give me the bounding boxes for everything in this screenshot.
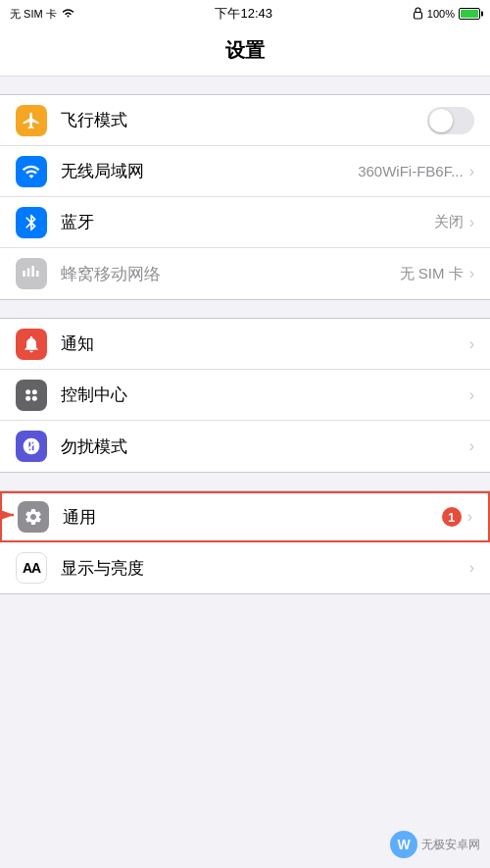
row-donotdisturb[interactable]: 勿扰模式 › xyxy=(0,421,490,472)
cellular-label: 蜂窝移动网络 xyxy=(61,263,400,285)
display-label: 显示与亮度 xyxy=(61,557,469,580)
cellular-value: 无 SIM 卡 xyxy=(400,265,464,283)
watermark: W 无极安卓网 xyxy=(390,831,480,858)
row-control[interactable]: 控制中心 › xyxy=(0,370,490,421)
donotdisturb-label: 勿扰模式 xyxy=(61,435,469,458)
airplane-label: 飞行模式 xyxy=(61,109,427,131)
battery-percent: 100% xyxy=(427,8,455,20)
watermark-logo: W xyxy=(390,831,417,858)
donotdisturb-chevron: › xyxy=(469,437,474,455)
lock-icon xyxy=(413,7,423,22)
row-bluetooth[interactable]: 蓝牙 关闭 › xyxy=(0,197,490,248)
cellular-icon xyxy=(16,258,47,289)
row-general[interactable]: 通用 1 › xyxy=(0,491,490,542)
svg-point-2 xyxy=(32,389,37,394)
page-title: 设置 xyxy=(225,39,265,61)
svg-point-4 xyxy=(32,395,37,400)
nav-title-bar: 设置 xyxy=(0,27,490,77)
svg-point-3 xyxy=(25,395,30,400)
section-group-system: 通用 1 › AA 显示与亮度 › xyxy=(0,490,490,594)
wifi-icon xyxy=(61,8,75,21)
general-label: 通用 xyxy=(63,506,442,529)
row-wifi[interactable]: 无线局域网 360WiFi-FB6F... › xyxy=(0,146,490,197)
section-group-features: 通知 › 控制中心 › 勿扰 xyxy=(0,318,490,473)
row-display[interactable]: AA 显示与亮度 › xyxy=(0,542,490,593)
row-notification[interactable]: 通知 › xyxy=(0,319,490,370)
bluetooth-label: 蓝牙 xyxy=(61,211,434,233)
bluetooth-chevron: › xyxy=(469,214,474,231)
svg-rect-0 xyxy=(414,12,421,19)
wifi-value: 360WiFi-FB6F... xyxy=(358,163,464,179)
bluetooth-icon xyxy=(16,207,47,238)
section-system: 通用 1 › AA 显示与亮度 › xyxy=(0,490,490,594)
battery-icon xyxy=(459,8,480,20)
status-time: 下午12:43 xyxy=(215,5,272,23)
display-chevron: › xyxy=(469,559,474,577)
notification-label: 通知 xyxy=(61,332,469,355)
notification-icon xyxy=(16,329,47,360)
cellular-chevron: › xyxy=(469,265,474,282)
general-chevron: › xyxy=(467,508,472,526)
svg-point-1 xyxy=(25,389,30,394)
control-icon xyxy=(16,380,47,411)
control-label: 控制中心 xyxy=(61,383,469,406)
status-right: 100% xyxy=(413,7,480,22)
control-chevron: › xyxy=(469,386,474,404)
status-left: 无 SIM 卡 xyxy=(10,7,75,22)
general-icon xyxy=(18,501,49,533)
bluetooth-value: 关闭 xyxy=(434,213,464,231)
wifi-row-icon xyxy=(16,156,47,187)
status-bar: 无 SIM 卡 下午12:43 100% xyxy=(0,0,490,27)
section-features: 通知 › 控制中心 › 勿扰 xyxy=(0,318,490,473)
notification-chevron: › xyxy=(469,335,474,353)
general-badge: 1 xyxy=(442,507,462,527)
wifi-label: 无线局域网 xyxy=(61,160,358,182)
donotdisturb-icon xyxy=(16,431,47,462)
airplane-toggle[interactable] xyxy=(427,107,474,134)
section-group-connectivity: 飞行模式 无线局域网 360WiFi-FB6F... › 蓝牙 xyxy=(0,94,490,300)
row-airplane[interactable]: 飞行模式 xyxy=(0,95,490,146)
row-cellular[interactable]: 蜂窝移动网络 无 SIM 卡 › xyxy=(0,248,490,299)
airplane-icon xyxy=(16,105,47,136)
section-connectivity: 飞行模式 无线局域网 360WiFi-FB6F... › 蓝牙 xyxy=(0,94,490,300)
sim-text: 无 SIM 卡 xyxy=(10,7,57,22)
watermark-text: 无极安卓网 xyxy=(421,837,480,853)
display-icon: AA xyxy=(16,552,47,584)
wifi-chevron: › xyxy=(469,163,474,180)
